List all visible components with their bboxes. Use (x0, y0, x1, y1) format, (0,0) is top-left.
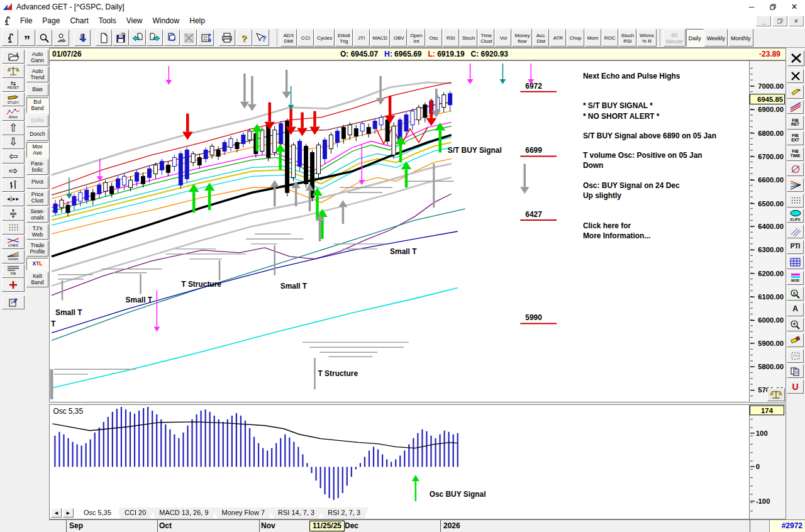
fib-time-tool-button[interactable]: FIB TIME (787, 147, 804, 161)
arrow-left-button[interactable]: ⇦ (2, 150, 25, 163)
magnet-tool-button[interactable]: U (787, 380, 804, 394)
dollar-search-tool-button[interactable]: $ (787, 287, 804, 301)
sidebar-xtl[interactable]: XTL (26, 258, 48, 270)
tab-rsi-2-7-3[interactable]: RSI 2, 7, 3 (319, 507, 369, 519)
study-money-flowbutton[interactable]: Money flow (512, 29, 532, 47)
arrow-up-button[interactable]: ⇧ (2, 121, 25, 135)
reset-button[interactable]: ⇆RESET (2, 78, 25, 92)
study-stochbutton[interactable]: Stoch (460, 29, 477, 47)
pencil-tool-button[interactable] (787, 85, 804, 99)
fib-circle-tool-button[interactable] (787, 162, 804, 176)
study-mombutton[interactable]: Mom (585, 29, 601, 47)
arrow-down-button[interactable]: ⇩ (2, 135, 25, 149)
study-obvbutton[interactable]: OBV (391, 29, 407, 47)
grid-tool-button[interactable] (787, 194, 804, 208)
study-time-clustbutton[interactable]: Time Clust (478, 29, 494, 47)
arrow-right-button[interactable]: ⇨ (2, 164, 25, 178)
oscillator-panel[interactable]: Osc BUY SignalOsc 5,35 (49, 404, 750, 507)
timeframe-weekly[interactable]: Weekly (704, 29, 728, 47)
insert-page-button[interactable] (197, 30, 214, 46)
new-page-button[interactable] (96, 30, 112, 46)
minimize-button[interactable]: ─ (741, 0, 762, 14)
cross-button[interactable] (2, 278, 25, 292)
fib-ret-tool-button[interactable]: FIB RET (787, 116, 804, 130)
restore-button[interactable] (762, 0, 784, 14)
study-atrbutton[interactable]: ATR (550, 29, 566, 47)
menu-help[interactable]: Help (184, 15, 210, 27)
study-elliott-trigbutton[interactable]: Elliott Trig (335, 29, 353, 47)
mdi-restore-button[interactable] (772, 16, 787, 26)
sidebar-bol-band[interactable]: Bol Band (26, 97, 48, 113)
grid-button[interactable] (2, 221, 25, 235)
eraser-tool-button[interactable] (787, 333, 804, 347)
menu-view[interactable]: View (121, 15, 148, 27)
fib-ext-tool-button[interactable]: FIB EXT (787, 131, 804, 145)
mdi-close-button[interactable]: × (789, 16, 804, 26)
study-cyclesbutton[interactable]: Cycles (314, 29, 335, 47)
tab-rsi-14-7-3[interactable]: RSI 14, 7, 3 (269, 507, 323, 519)
tab-cci-20[interactable]: CCI 20 (116, 507, 155, 519)
menu-tools[interactable]: Tools (94, 15, 121, 27)
sidebar-bias[interactable]: Bias (26, 84, 48, 96)
click-here-link[interactable]: More Information... (583, 231, 650, 240)
sidebar-para-bolic[interactable]: Para- bolic (26, 159, 48, 175)
sidebar-mov-ave[interactable]: Mov Ave (26, 142, 48, 158)
fan-lines-tool-button[interactable] (787, 178, 804, 192)
text-tool-tool-button[interactable]: A (787, 302, 804, 316)
study-stoch-rsibutton[interactable]: Stoch RSI (619, 29, 636, 47)
study-acc-distbutton[interactable]: Acc. Dist (533, 29, 549, 47)
hatch-tool-button[interactable] (787, 224, 804, 238)
tab-macd-13-26-9[interactable]: MACD 13, 26, 9 (150, 507, 217, 519)
lines-button[interactable]: LINES (2, 235, 25, 249)
playback-button[interactable]: ◂|▸▸ (2, 192, 25, 206)
fib-button[interactable]: FIB (2, 264, 25, 278)
study-open-intbutton[interactable]: Open Int (408, 29, 425, 47)
chart-close-button[interactable] (787, 50, 804, 66)
sidebar-tj-s-web[interactable]: TJ's Web (26, 224, 48, 240)
timeframe-monthly[interactable]: Monthly (728, 29, 753, 47)
sidebar-price-clust[interactable]: Price Clust (26, 190, 48, 206)
study-chopbutton[interactable]: Chop (567, 29, 584, 47)
close-button[interactable]: × (784, 0, 805, 14)
sidebar-pivot[interactable]: Pivot (26, 176, 48, 189)
sidebar-auto-gann[interactable]: Auto Gann (26, 50, 48, 65)
study-rsibutton[interactable]: RSI (443, 29, 459, 47)
prev-page-button[interactable] (130, 30, 146, 46)
sort-down-button[interactable] (74, 30, 91, 46)
folder-open-button[interactable] (2, 50, 25, 64)
context-help-button[interactable]: ? (253, 30, 269, 46)
tab-money-flow-7[interactable]: Money Flow 7 (213, 507, 274, 519)
study-jtibutton[interactable]: JTI (353, 29, 370, 47)
select-region-tool-button[interactable] (787, 349, 804, 363)
sidebar-donch[interactable]: Donch (26, 128, 48, 141)
blue-grid-tool-button[interactable] (787, 255, 804, 269)
compress-button[interactable] (2, 207, 25, 221)
ellipse-tool-button[interactable]: ELIPS (787, 209, 804, 223)
study-whms-rbutton[interactable]: Whms % R (637, 29, 657, 47)
study-oscbutton[interactable]: Osc (426, 29, 442, 47)
scales-button[interactable] (2, 64, 25, 78)
tab-osc-5-35[interactable]: Osc 5,35 (75, 507, 120, 519)
main-chart[interactable]: 6972669964275990Next Echo and Pulse High… (49, 60, 750, 402)
mob-tool-button[interactable]: MOB (787, 271, 804, 285)
sidebar-kelt-band[interactable]: Kelt Band (26, 272, 48, 287)
menu-chart[interactable]: Chart (65, 15, 93, 27)
study-volbutton[interactable]: Vol (495, 29, 511, 47)
mdi-minimize-button[interactable]: _ (756, 16, 771, 26)
help-button[interactable]: ? (236, 30, 252, 46)
study-adx-dmibutton[interactable]: ADX DMI (280, 29, 297, 47)
study-button[interactable]: STUDY (2, 92, 25, 106)
save-page-button[interactable] (113, 30, 129, 46)
click-here-link[interactable]: Click here for (583, 221, 631, 230)
zoom-in-tool-button[interactable] (787, 318, 804, 331)
quotes-button[interactable]: ” (19, 30, 35, 46)
refresh-page-button[interactable] (164, 30, 180, 46)
menu-window[interactable]: Window (148, 15, 185, 27)
get-logo-button[interactable] (2, 30, 18, 46)
bar-pair-button[interactable] (2, 178, 25, 192)
timeframe-daily[interactable]: Daily (686, 29, 704, 47)
study-rocbutton[interactable]: ROC (602, 29, 618, 47)
elliott-button[interactable]: Elliott (2, 107, 25, 121)
sidebar-trade-profile[interactable]: Trade Profile (26, 241, 48, 257)
tab-scroll-left[interactable]: ◀ (51, 508, 62, 518)
